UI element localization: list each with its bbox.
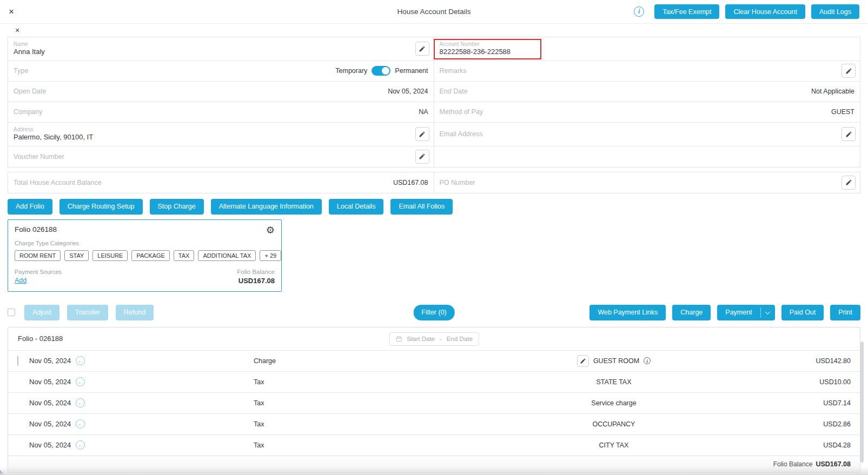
alternate-language-information-button[interactable]: Alternate Language Information [211, 199, 322, 215]
type-label: Type [14, 67, 28, 75]
row-description: STATE TAX [596, 378, 631, 386]
chip-stay: STAY [64, 250, 89, 261]
open-date-value: Nov 05, 2024 [388, 88, 428, 95]
panel-close-icon[interactable]: × [15, 26, 23, 35]
email-label: Email Address [440, 130, 483, 138]
company-field: Company NA [8, 102, 434, 122]
row-description: OCCUPANCY [593, 420, 635, 428]
row-amount: USD2.86 [671, 420, 851, 428]
table-row[interactable]: Nov 05, 2024 ← Tax CITY TAX USD4.28 [8, 434, 860, 456]
edit-charge-button[interactable] [577, 355, 589, 367]
edit-name-button[interactable] [415, 42, 429, 56]
name-value: Anna Italy [14, 48, 45, 57]
filter-button[interactable]: Filter (0) [413, 305, 455, 320]
adjust-button[interactable]: Adjust [24, 305, 59, 320]
po-number-label: PO Number [440, 179, 475, 186]
type-toggle[interactable] [372, 66, 390, 76]
row-description: Service charge [591, 399, 636, 407]
voucher-number-label: Voucher Number [14, 153, 64, 160]
account-number-label: Account Number [440, 41, 480, 48]
email-all-folios-button[interactable]: Email All Folios [390, 199, 453, 215]
gear-icon[interactable]: ⚙ [266, 225, 275, 235]
method-of-pay-field: Method of Pay GUEST [434, 102, 860, 122]
total-balance-field: Total House Account Balance USD167.08 [8, 172, 434, 193]
local-details-button[interactable]: Local Details [329, 199, 384, 215]
address-value: Palermo, Sicily, 90100, IT [14, 133, 93, 142]
calendar-icon [395, 336, 402, 342]
row-type: Tax [254, 441, 556, 449]
row-type: Tax [254, 378, 556, 386]
edit-address-button[interactable] [415, 127, 429, 141]
row-checkbox[interactable] [17, 356, 18, 366]
stop-charge-button[interactable]: Stop Charge [150, 199, 204, 215]
charge-routing-setup-button[interactable]: Charge Routing Setup [59, 199, 143, 215]
table-row[interactable]: Nov 05, 2024 ← Tax STATE TAX USD10.00 [8, 371, 860, 392]
payment-button[interactable]: Payment [717, 305, 760, 320]
row-amount: USD142.80 [671, 357, 851, 365]
row-date: Nov 05, 2024 [29, 441, 71, 449]
refund-button[interactable]: Refund [116, 305, 154, 320]
account-number-field: Account Number 82222588-236-222588 [434, 37, 860, 61]
pencil-icon [419, 153, 426, 160]
date-range-picker[interactable]: Start Date - End Date [389, 332, 479, 346]
info-icon[interactable]: i [634, 6, 644, 17]
row-amount: USD10.00 [671, 378, 851, 386]
direction-arrow-icon: ← [76, 419, 85, 429]
type-temporary-label: Temporary [335, 67, 367, 75]
company-label: Company [14, 108, 43, 116]
charge-type-categories-label: Charge Type Categories [15, 240, 275, 246]
voucher-number-field: Voucher Number [8, 146, 434, 167]
table-footer: Folio Balance USD167.08 [8, 456, 860, 472]
table-row[interactable]: Nov 05, 2024 ← Tax Service charge USD7.1… [8, 392, 860, 413]
folio-card[interactable]: Folio 026188 ⚙ Charge Type Categories RO… [8, 219, 282, 292]
select-all-checkbox[interactable] [8, 309, 15, 316]
name-field: Name Anna Italy [8, 37, 434, 61]
table-row[interactable]: Nov 05, 2024 ← Charge GUEST ROOM i USD14… [8, 350, 860, 371]
open-date-field: Open Date Nov 05, 2024 [8, 82, 434, 102]
charge-type-chips: ROOM RENT STAY LEISURE PACKAGE TAX ADDIT… [15, 250, 275, 261]
start-date-placeholder: Start Date [407, 336, 435, 342]
row-description: CITY TAX [599, 441, 629, 449]
tax-fee-exempt-button[interactable]: Tax/Fee Exempt [654, 4, 719, 19]
charge-button[interactable]: Charge [672, 305, 711, 320]
pencil-icon [845, 179, 852, 186]
direction-arrow-icon: ← [76, 440, 85, 450]
chip-additional-tax: ADDITIONAL TAX [198, 250, 256, 261]
type-permanent-label: Permanent [395, 67, 428, 75]
transfer-button[interactable]: Transfer [67, 305, 108, 320]
balance-row: Total House Account Balance USD167.08 PO… [8, 172, 860, 193]
table-row[interactable]: Nov 05, 2024 ← Tax OCCUPANCY USD2.86 [8, 413, 860, 434]
edit-remarks-button[interactable] [842, 64, 856, 78]
row-amount: USD4.28 [671, 441, 851, 449]
vertical-scrollbar[interactable] [860, 342, 864, 463]
clear-house-account-button[interactable]: Clear House Account [725, 4, 805, 19]
direction-arrow-icon: ← [76, 377, 85, 386]
header: × House Account Details i Tax/Fee Exempt… [0, 0, 868, 24]
edit-email-button[interactable] [842, 127, 856, 141]
add-payment-source-link[interactable]: Add [15, 277, 26, 284]
pencil-icon [419, 131, 426, 138]
add-folio-button[interactable]: Add Folio [8, 199, 52, 215]
folio-table-title: Folio - 026188 [18, 334, 63, 343]
charge-info-icon[interactable]: i [644, 357, 651, 364]
account-details-form: Name Anna Italy Account Number 82222588-… [8, 37, 860, 168]
web-payment-links-button[interactable]: Web Payment Links [589, 305, 666, 320]
transactions-table: Folio - 026188 Start Date - End Date Nov… [8, 327, 860, 473]
row-amount: USD7.14 [671, 399, 851, 407]
paid-out-button[interactable]: Paid Out [781, 305, 824, 320]
corner-marker [0, 470, 4, 475]
close-icon[interactable]: × [9, 7, 14, 16]
chip-package: PACKAGE [131, 250, 169, 261]
chip-more-count[interactable]: + 29 [260, 250, 281, 261]
email-field: Email Address [434, 123, 860, 146]
chevron-down-icon [765, 309, 771, 315]
edit-po-number-button[interactable] [842, 176, 856, 190]
print-button[interactable]: Print [830, 305, 860, 320]
pencil-icon [419, 45, 426, 52]
payment-split-button: Payment [717, 305, 774, 320]
row-date: Nov 05, 2024 [29, 399, 71, 407]
edit-voucher-button[interactable] [415, 150, 429, 164]
empty-cell [434, 146, 860, 167]
audit-logs-button[interactable]: Audit Logs [811, 4, 859, 19]
payment-dropdown-toggle[interactable] [761, 305, 775, 320]
